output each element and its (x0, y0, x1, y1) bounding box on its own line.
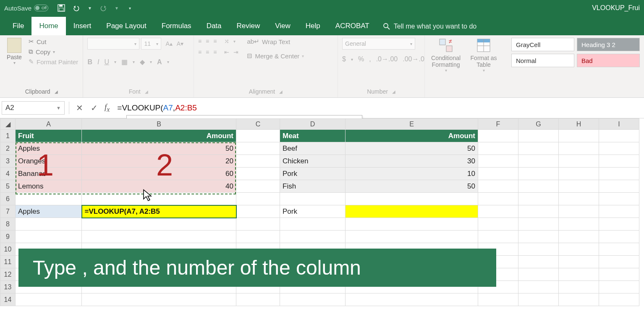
align-left-icon[interactable]: ≡ (198, 49, 202, 55)
cell[interactable] (518, 142, 559, 155)
row-header-7[interactable]: 7 (0, 205, 16, 218)
number-format-combo[interactable]: General▾ (342, 38, 415, 50)
cell[interactable]: Amount (346, 130, 478, 142)
row-header-14[interactable]: 14 (0, 294, 16, 306)
cell[interactable] (236, 155, 280, 168)
cell[interactable] (559, 142, 599, 155)
cell[interactable] (599, 281, 639, 294)
row-header-12[interactable]: 12 (0, 268, 16, 281)
align-right-icon[interactable]: ≡ (213, 49, 217, 55)
cell[interactable] (518, 281, 559, 294)
tab-data[interactable]: Data (199, 17, 229, 35)
cell[interactable] (518, 218, 559, 231)
italic-button[interactable]: I (97, 58, 99, 66)
row-header-13[interactable]: 13 (0, 281, 16, 294)
tab-help[interactable]: Help (298, 17, 328, 35)
cell[interactable] (82, 231, 236, 243)
cell[interactable] (559, 168, 599, 180)
cell[interactable] (559, 294, 599, 306)
cell[interactable]: Fruit (16, 130, 82, 142)
comma-format-icon[interactable]: , (369, 55, 371, 63)
save-icon[interactable] (58, 4, 65, 12)
cell[interactable]: 50 (346, 180, 478, 193)
cell[interactable]: 10 (346, 168, 478, 180)
col-header-C[interactable]: C (236, 119, 280, 130)
cell[interactable] (478, 294, 518, 306)
cell[interactable] (559, 180, 599, 193)
cell[interactable] (280, 193, 346, 205)
cell[interactable]: Chicken (280, 155, 346, 168)
style-normal[interactable]: Normal (511, 54, 574, 67)
row-header-1[interactable]: 1 (0, 130, 16, 142)
cell[interactable] (478, 168, 518, 180)
cell[interactable] (559, 231, 599, 243)
cell[interactable] (478, 130, 518, 142)
bold-button[interactable]: B (87, 58, 92, 66)
cell[interactable] (559, 193, 599, 205)
row-header-2[interactable]: 2 (0, 142, 16, 155)
conditional-formatting-button[interactable]: ≠ Conditional Formatting▾ (429, 38, 463, 73)
cell[interactable] (518, 231, 559, 243)
cell[interactable] (82, 218, 236, 231)
paste-button[interactable]: Paste ▾ (4, 38, 24, 65)
cell[interactable] (236, 180, 280, 193)
cell[interactable] (599, 256, 639, 268)
cell[interactable] (599, 218, 639, 231)
font-name-combo[interactable]: ▾ (87, 38, 139, 50)
cell[interactable] (236, 142, 280, 155)
col-header-A[interactable]: A (16, 119, 82, 130)
cell[interactable]: Pork (280, 168, 346, 180)
decrease-indent-icon[interactable]: ⇤ (224, 49, 229, 55)
cell[interactable] (346, 218, 478, 231)
cell[interactable] (559, 281, 599, 294)
font-size-combo[interactable]: 11▾ (141, 38, 161, 50)
percent-format-icon[interactable]: % (358, 55, 364, 63)
formula-input[interactable]: =VLOOKUP(A7, A2:B5 VLOOKUP(lookup_value,… (117, 102, 644, 114)
col-header-E[interactable]: E (346, 119, 478, 130)
undo-dropdown-icon[interactable]: ▼ (88, 6, 92, 10)
col-header-D[interactable]: D (280, 119, 346, 130)
col-header-H[interactable]: H (559, 119, 599, 130)
cell[interactable] (16, 294, 82, 306)
increase-font-icon[interactable]: A▴ (165, 40, 172, 47)
select-all-corner[interactable]: ◢ (0, 119, 16, 130)
cell-active-formula[interactable]: =VLOOKUP(A7, A2:B5 (82, 205, 236, 218)
col-header-G[interactable]: G (518, 119, 559, 130)
cell-result-2[interactable] (346, 205, 478, 218)
cell[interactable] (518, 294, 559, 306)
cell[interactable] (16, 218, 82, 231)
cell[interactable] (236, 205, 280, 218)
cell[interactable] (599, 168, 639, 180)
dialog-launcher-icon[interactable]: ◢ (55, 89, 58, 94)
underline-button[interactable]: U (104, 58, 109, 66)
cell[interactable]: Amount (82, 130, 236, 142)
align-middle-icon[interactable]: ≡ (206, 38, 209, 45)
merge-center-button[interactable]: ⊟Merge & Center▾ (247, 52, 304, 60)
cell[interactable] (518, 193, 559, 205)
cell[interactable] (236, 231, 280, 243)
row-header-8[interactable]: 8 (0, 218, 16, 231)
align-center-icon[interactable]: ≡ (206, 49, 209, 55)
cell[interactable] (518, 268, 559, 281)
autosave-toggle[interactable]: AutoSave Off (4, 5, 48, 12)
decrease-decimal-icon[interactable]: .00→.0 (403, 55, 424, 63)
cell[interactable]: 20 (82, 155, 236, 168)
row-header-4[interactable]: 4 (0, 168, 16, 180)
cell[interactable] (599, 231, 639, 243)
cell[interactable] (478, 193, 518, 205)
cell[interactable] (559, 130, 599, 142)
cell[interactable] (346, 231, 478, 243)
dialog-launcher-icon[interactable]: ◢ (145, 89, 148, 94)
cell[interactable] (559, 205, 599, 218)
cell[interactable] (559, 243, 599, 256)
cell[interactable] (599, 268, 639, 281)
cell[interactable] (478, 231, 518, 243)
cell[interactable] (236, 130, 280, 142)
increase-indent-icon[interactable]: ⇥ (233, 49, 238, 55)
cell[interactable] (236, 218, 280, 231)
cell[interactable] (599, 193, 639, 205)
cell[interactable]: 50 (82, 142, 236, 155)
cell[interactable] (599, 180, 639, 193)
cell[interactable] (346, 294, 478, 306)
align-bottom-icon[interactable]: ≡ (213, 38, 217, 45)
